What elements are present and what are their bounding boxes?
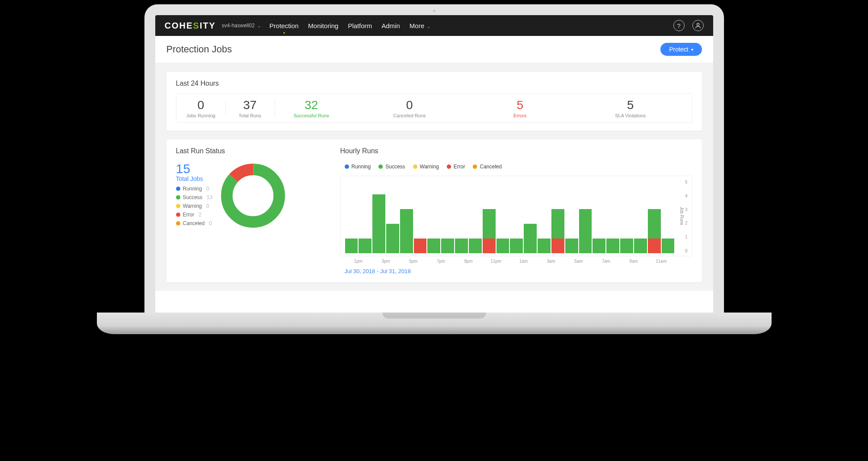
stat-num: 32 [275,98,348,112]
bar-col [400,180,413,253]
laptop-base [97,313,772,334]
bar-seg-success [648,209,661,239]
bar-seg-success [620,239,633,253]
legend-dot-icon [447,164,451,169]
x-tick: 7pm [427,259,455,264]
date-range-picker[interactable]: Jul 30, 2018 - Jul 31, 2018 [345,268,692,274]
page-header: Protection Jobs Protect ▾ [155,36,713,63]
bar-col [510,180,523,253]
protect-button[interactable]: Protect ▾ [660,43,701,56]
laptop-frame: COHESITY sv4-haswell02 ⌄ Protection Moni… [144,4,724,314]
x-tick: 3am [537,259,565,264]
bar-seg-error [551,239,564,253]
bar-col [538,180,551,253]
legend-label: Success [385,164,405,170]
legend-label: Warning [420,164,439,170]
nav-monitoring[interactable]: Monitoring [308,16,338,35]
legend-dot-icon [413,164,417,169]
cluster-selector[interactable]: sv4-haswell02 ⌄ [222,23,261,29]
stat-label: Total Runs [225,113,275,118]
legend-dot-icon [176,195,180,200]
content-area: Last 24 Hours 0 Jobs Running 37 Total Ru… [155,63,713,291]
page-title: Protection Jobs [167,44,232,55]
bar-seg-success [606,239,619,253]
nav-more[interactable]: More ⌄ [410,16,430,35]
bar-col [414,180,427,253]
nav-platform[interactable]: Platform [348,16,372,35]
legend-value: 0 [206,203,209,209]
bar-col [634,180,647,253]
panel-hourly-runs: Hourly Runs RunningSuccessWarningErrorCa… [340,147,692,274]
stat-total-runs: 37 Total Runs [225,94,275,123]
legend-value: 13 [207,194,212,200]
legend-item-error: Error 2 [176,212,213,218]
hourly-legend-item: Warning [413,164,439,170]
y-axis-label: Job Runs [679,207,684,225]
bar-seg-success [524,224,537,253]
bar-seg-success [400,209,413,253]
bar-seg-success [510,239,523,253]
bar-seg-success [496,239,509,253]
bar-seg-success [359,239,372,253]
legend-label: Error [183,212,195,218]
chevron-down-icon: ⌄ [257,23,261,28]
bar-seg-success [441,239,454,253]
bar-seg-error [414,239,427,253]
x-tick: 3pm [372,259,400,264]
legend-label: Success [183,194,202,200]
hourly-legend-item: Success [378,164,405,170]
bar-seg-success [634,239,647,253]
y-tick: 0 [678,248,688,253]
svg-point-0 [697,23,699,26]
x-ticks: 1pm3pm5pm7pm9pm11pm1am3am5am7am9am11am [345,259,675,264]
legend-dot-icon [176,187,180,191]
nav-protection[interactable]: Protection [269,16,299,35]
stat-label: Successful Runs [275,113,348,118]
x-tick: 1am [510,259,538,264]
bar-col [427,180,440,253]
legend-label: Canceled [480,164,502,170]
protect-button-label: Protect [669,46,688,53]
bar-seg-success [538,239,551,253]
legend-value: 0 [206,186,209,192]
bar-seg-success [386,224,399,253]
hourly-legend: RunningSuccessWarningErrorCanceled [345,161,692,172]
bar-seg-success [469,239,482,253]
stat-num: 37 [225,98,275,112]
bar-col [579,180,592,253]
run-status-legend: 15 Total Jobs Running 0 Success 13 Warni… [176,162,213,229]
legend-dot-icon [176,213,180,217]
topbar: COHESITY sv4-haswell02 ⌄ Protection Moni… [155,15,713,36]
brand-s: S [193,21,199,30]
legend-dot-icon [378,164,383,169]
cluster-name: sv4-haswell02 [222,23,255,29]
help-icon[interactable]: ? [673,20,685,31]
user-icon[interactable] [692,20,704,31]
stat-label: Jobs Running [176,113,226,118]
x-tick: 7am [593,259,620,264]
bar-col [455,180,468,253]
card-last24-title: Last 24 Hours [176,80,692,87]
legend-label: Running [183,186,202,192]
stat-label: Errors [471,113,569,118]
legend-dot-icon [345,164,349,169]
hourly-title: Hourly Runs [340,147,692,155]
panel-run-status: Last Run Status 15 Total Jobs Running 0 … [176,147,323,274]
main-nav: Protection Monitoring Platform Admin Mor… [269,16,430,35]
bar-seg-success [372,194,385,253]
bar-col [359,180,372,253]
nav-admin[interactable]: Admin [381,16,400,35]
bar-col [386,180,399,253]
x-tick: 5pm [400,259,427,264]
legend-value: 2 [199,212,202,218]
legend-item-running: Running 0 [176,186,213,192]
x-tick: 11pm [482,259,510,264]
stat-num: 5 [569,98,692,112]
x-tick: 9am [620,259,647,264]
chevron-down-icon: ▾ [691,47,693,52]
legend-label: Warning [183,203,202,209]
stat-num: 0 [176,98,226,112]
nav-more-label: More [410,22,424,29]
stat-num: 0 [348,98,471,112]
y-tick: 4 [678,193,688,198]
